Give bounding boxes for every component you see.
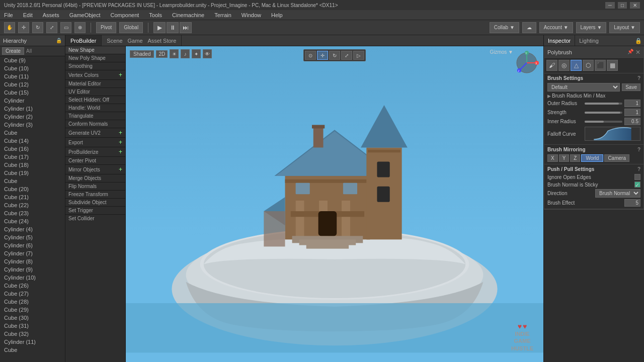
hier-cube-2[interactable]: Cube — [0, 177, 65, 185]
brush-settings-help[interactable]: ? — [637, 75, 640, 81]
rect-tool[interactable]: ▭ — [60, 22, 71, 33]
pb-set-collider[interactable]: Set Collider — [65, 215, 125, 222]
push-pull-help[interactable]: ? — [637, 166, 640, 172]
scene-hide-btn[interactable]: 👁 — [203, 49, 212, 58]
pb-subdivide[interactable]: Subdivide Object — [65, 199, 125, 207]
hier-cylinder-1[interactable]: Cylinder (1) — [0, 105, 65, 113]
brush-effect-input[interactable] — [624, 199, 640, 207]
hier-cube-19[interactable]: Cube (19) — [0, 169, 65, 177]
menu-window[interactable]: Window — [239, 12, 263, 18]
pb-freeze-transform[interactable]: Freeze Transform — [65, 191, 125, 199]
layers-btn[interactable]: Layers ▼ — [576, 22, 607, 33]
pivot-btn[interactable]: Pivot — [96, 22, 116, 33]
hier-cube-24[interactable]: Cube (24) — [0, 217, 65, 225]
hierarchy-create-btn[interactable]: Create — [2, 47, 24, 55]
brush-save-btn[interactable]: Save — [622, 83, 640, 91]
strength-slider[interactable] — [585, 112, 622, 114]
hier-cube-32[interactable]: Cube (32) — [0, 330, 65, 338]
scene-audio-btn[interactable]: ♪ — [181, 49, 190, 58]
scene-light-btn[interactable]: ☀ — [170, 49, 179, 58]
pb-handle-world[interactable]: Handle: World — [65, 104, 125, 112]
menu-component[interactable]: Component — [108, 12, 141, 18]
close-btn[interactable]: ✕ — [630, 2, 640, 9]
pb-raise-icon[interactable]: △ — [571, 60, 582, 71]
pb-texture-icon[interactable]: ▦ — [607, 60, 618, 71]
hier-cube-3[interactable]: Cube — [0, 346, 65, 354]
pb-generate-uv2[interactable]: Generate UV2+ — [65, 128, 125, 138]
pb-probuilderize[interactable]: ProBuilderize+ — [65, 147, 125, 157]
outer-radius-slider[interactable] — [585, 103, 622, 105]
hier-cube-22[interactable]: Cube (22) — [0, 201, 65, 209]
pb-smooth-icon[interactable]: ◎ — [558, 60, 570, 71]
probuilder-tab[interactable]: ProBuilder — [65, 35, 102, 46]
direction-select[interactable]: Brush Normal — [595, 189, 640, 198]
step-btn[interactable]: ⏭ — [180, 22, 192, 33]
hand-tool[interactable]: ✋ — [4, 22, 15, 33]
hier-cube-30[interactable]: Cube (30) — [0, 314, 65, 322]
strength-input[interactable] — [624, 109, 640, 116]
hier-cube-29[interactable]: Cube (29) — [0, 306, 65, 314]
pb-center-pivot[interactable]: Center Pivot — [65, 157, 125, 165]
inspector-lock-icon[interactable]: 🔒 — [633, 35, 644, 46]
hier-cube[interactable]: Cube — [0, 129, 65, 137]
scene-rect-btn[interactable]: ▷ — [353, 51, 364, 60]
pb-merge-objects[interactable]: Merge Objects — [65, 174, 125, 183]
scene-effects-btn[interactable]: ✦ — [192, 49, 201, 58]
pb-mirror-objects[interactable]: Mirror Objects+ — [65, 165, 125, 174]
hier-cube-14[interactable]: Cube (14) — [0, 137, 65, 145]
pb-set-trigger[interactable]: Set Trigger — [65, 207, 125, 215]
move-tool[interactable]: ✛ — [18, 22, 29, 33]
scene-rotate-btn[interactable]: ↻ — [329, 51, 340, 60]
scale-tool[interactable]: ⤢ — [46, 22, 57, 33]
falloff-curve[interactable] — [585, 127, 640, 141]
hier-cube-16[interactable]: Cube (16) — [0, 145, 65, 153]
mirror-world-btn[interactable]: World — [581, 154, 603, 162]
pb-vertex-colors[interactable]: Vertex Colors+ — [65, 70, 125, 80]
menu-tools[interactable]: Tools — [147, 12, 164, 18]
hier-cylinder-8[interactable]: Cylinder (8) — [0, 257, 65, 265]
polybrush-pin-icon[interactable]: 📌 — [627, 49, 633, 56]
hier-cube-21[interactable]: Cube (21) — [0, 193, 65, 201]
gizmos-btn[interactable]: Gizmos ▼ — [490, 49, 513, 55]
pb-flip-normals[interactable]: Flip Normals — [65, 183, 125, 191]
pb-paint-icon[interactable]: ⬛ — [595, 60, 606, 71]
inner-radius-input[interactable] — [624, 118, 640, 125]
scene-orbit-btn[interactable]: ⊙ — [305, 51, 316, 60]
pb-export[interactable]: Export+ — [65, 138, 125, 147]
maximize-btn[interactable]: □ — [618, 2, 627, 9]
hier-cube-9[interactable]: Cube (9) — [0, 56, 65, 64]
ignore-open-edges-checkbox[interactable] — [634, 174, 640, 180]
hier-cube-20[interactable]: Cube (20) — [0, 185, 65, 193]
pb-select-hidden[interactable]: Select Hidden: Off — [65, 96, 125, 104]
menu-edit[interactable]: Edit — [21, 12, 35, 18]
menu-terrain[interactable]: Terrain — [212, 12, 233, 18]
pb-brush-icon[interactable]: 🖌 — [546, 60, 557, 71]
polybrush-close-icon[interactable]: ✕ — [635, 49, 640, 56]
hier-cube-27[interactable]: Cube (27) — [0, 290, 65, 298]
hier-cylinder-9[interactable]: Cylinder (9) — [0, 265, 65, 274]
hier-cylinder-11[interactable]: Cylinder (11) — [0, 338, 65, 346]
outer-radius-input[interactable] — [624, 100, 640, 107]
collab-btn[interactable]: Collab ▼ — [490, 22, 519, 33]
menu-assets[interactable]: Assets — [41, 12, 61, 18]
hier-cube-23[interactable]: Cube (23) — [0, 209, 65, 217]
mirror-z-btn[interactable]: Z — [570, 154, 580, 162]
mirroring-help[interactable]: ? — [637, 147, 640, 152]
pb-smoothing[interactable]: Smoothing — [65, 62, 125, 70]
menu-gameobject[interactable]: GameObject — [67, 12, 103, 18]
hier-cylinder-5[interactable]: Cylinder (5) — [0, 233, 65, 241]
pb-material-editor[interactable]: Material Editor — [65, 80, 125, 88]
shaded-btn[interactable]: Shaded — [130, 50, 154, 58]
mirror-x-btn[interactable]: X — [547, 154, 558, 162]
hier-cube-15[interactable]: Cube (15) — [0, 88, 65, 97]
hier-cube-31[interactable]: Cube (31) — [0, 322, 65, 330]
menu-help[interactable]: Help — [269, 12, 285, 18]
hier-cylinder-10[interactable]: Cylinder (10) — [0, 274, 65, 282]
global-btn[interactable]: Global — [119, 22, 143, 33]
hier-cube-17[interactable]: Cube (17) — [0, 153, 65, 161]
scene-move-btn[interactable]: ✛ — [317, 51, 328, 60]
hier-cylinder-3[interactable]: Cylinder (3) — [0, 121, 65, 129]
brush-normal-sticky-checkbox[interactable]: ✓ — [634, 182, 640, 188]
transform-tool[interactable]: ⊕ — [74, 22, 86, 33]
scene-tab-header[interactable]: Scene Game Asset Store — [102, 35, 182, 46]
